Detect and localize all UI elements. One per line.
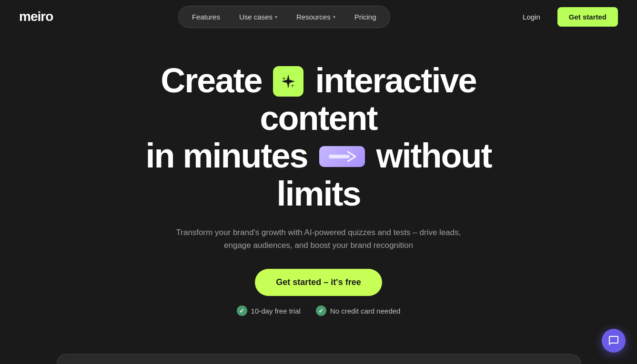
badges-container: 10-day free trial No credit card needed (237, 305, 401, 316)
check-icon (237, 305, 247, 316)
hero-title: Create interactive content in minutes wi… (104, 62, 533, 213)
badge-no-credit-card: No credit card needed (316, 305, 401, 316)
hero-subtitle: Transform your brand's growth with AI-po… (176, 226, 462, 252)
chevron-down-icon: ▾ (275, 14, 277, 20)
get-started-nav-button[interactable]: Get started (557, 7, 618, 27)
nav-use-cases[interactable]: Use cases ▾ (231, 9, 286, 25)
preview-container: #9361FF Page background #0E0F0F (57, 354, 581, 364)
nav-features[interactable]: Features (183, 9, 229, 25)
nav-pricing[interactable]: Pricing (346, 9, 385, 25)
nav-resources[interactable]: Resources ▾ (288, 9, 344, 25)
check-icon (316, 305, 326, 316)
preview-section: #9361FF Page background #0E0F0F (0, 354, 637, 364)
login-button[interactable]: Login (515, 9, 548, 25)
logo[interactable]: meiro (19, 9, 53, 24)
hero-section: Create interactive content in minutes wi… (0, 33, 637, 335)
navbar: meiro Features Use cases ▾ Resources ▾ P… (0, 0, 637, 33)
badge-trial: 10-day free trial (237, 305, 301, 316)
preview-inner: #9361FF Page background #0E0F0F (57, 354, 580, 364)
chevron-down-icon: ▾ (333, 14, 335, 20)
nav-center: Features Use cases ▾ Resources ▾ Pricing (178, 6, 390, 28)
cta-button[interactable]: Get started – it's free (255, 269, 382, 296)
chat-bubble-button[interactable] (602, 329, 626, 353)
arrow-right-icon (319, 146, 365, 167)
svg-rect-0 (329, 155, 350, 158)
logo-text: meiro (19, 9, 53, 24)
ai-sparkle-icon (273, 66, 303, 97)
nav-right: Login Get started (515, 7, 618, 27)
